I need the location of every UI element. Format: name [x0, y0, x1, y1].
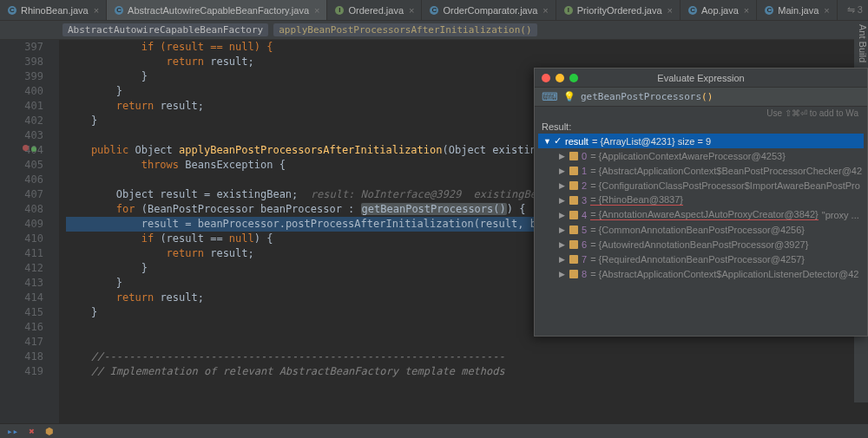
line-number[interactable]: 407: [0, 187, 43, 202]
expand-arrow-icon[interactable]: ▶: [559, 196, 566, 205]
intention-bulb-icon[interactable]: 💡: [563, 91, 575, 102]
tree-root[interactable]: ▼ ✓ result = {ArrayList@4231} size = 9: [538, 134, 864, 148]
override-gutter-icon[interactable]: [31, 147, 36, 152]
line-number[interactable]: 406: [0, 173, 43, 187]
line-number[interactable]: 398: [0, 55, 43, 69]
gutter[interactable]: 3973983994004014024034044054064074084094…: [0, 40, 59, 423]
tree-key: 8: [582, 269, 587, 279]
tab-rhinobean[interactable]: C RhinoBean.java ×: [0, 0, 107, 20]
line-number[interactable]: 399: [0, 69, 43, 84]
line-number[interactable]: 410: [0, 232, 43, 246]
tool-icon[interactable]: ⬢: [45, 426, 54, 437]
class-icon: C: [7, 5, 17, 16]
evaluate-expression-dialog[interactable]: Evaluate Expression ⌨ 💡 getBeanPostProce…: [534, 68, 868, 337]
line-number[interactable]: 412: [0, 261, 43, 276]
tree-value: = {ConfigurationClassPostProcessor$Impor…: [590, 180, 860, 191]
dialog-titlebar[interactable]: Evaluate Expression: [535, 69, 867, 88]
tree-item[interactable]: ▶ 6 = {AutowiredAnnotationBeanPostProces…: [538, 237, 864, 252]
line-number[interactable]: 416: [0, 320, 43, 335]
result-tree[interactable]: ▼ ✓ result = {ArrayList@4231} size = 9 ▶…: [535, 134, 867, 336]
tab-priorityordered[interactable]: I PriorityOrdered.java ×: [556, 0, 681, 20]
line-number[interactable]: 414: [0, 291, 43, 305]
tool-window-bar[interactable]: ▸▸ ✖ ⬢: [0, 424, 868, 438]
code-text: if (result == null) {: [66, 41, 273, 53]
close-icon[interactable]: ×: [744, 5, 749, 16]
tree-item[interactable]: ▶ 0 = {ApplicationContextAwareProcessor@…: [538, 148, 864, 163]
line-number[interactable]: 417: [0, 335, 43, 350]
line-number[interactable]: 400: [0, 84, 43, 99]
editor-tab-bar: C RhinoBean.java × C AbstractAutowireCap…: [0, 0, 868, 21]
close-icon[interactable]: ×: [409, 5, 414, 16]
expand-arrow-icon[interactable]: ▶: [559, 255, 566, 264]
line-number[interactable]: 418: [0, 350, 43, 364]
line-number[interactable]: 408: [0, 202, 43, 217]
line-number[interactable]: 409: [0, 217, 43, 232]
tab-ordered[interactable]: I Ordered.java ×: [327, 0, 422, 20]
tab-label: RhinoBean.java: [21, 5, 89, 16]
line-number[interactable]: 401: [0, 99, 43, 114]
close-icon[interactable]: ×: [314, 5, 319, 16]
expand-arrow-icon[interactable]: ▶: [559, 240, 566, 249]
expand-arrow-icon[interactable]: ▶: [559, 270, 566, 278]
tree-key: result: [565, 136, 589, 147]
expand-arrow-icon[interactable]: ▶: [559, 152, 566, 160]
tool-icon[interactable]: ✖: [29, 426, 35, 437]
array-element-icon: [569, 270, 578, 278]
tree-item[interactable]: ▶ 3 = {RhinoBean@3837}: [538, 193, 864, 207]
line-number[interactable]: 397: [0, 40, 43, 55]
close-icon[interactable]: ×: [94, 5, 99, 16]
code-text: result = beanProcessor.: [66, 218, 286, 230]
tree-item[interactable]: ▶ 7 = {RequiredAnnotationBeanPostProcess…: [538, 252, 864, 266]
zoom-window-icon[interactable]: [569, 74, 578, 82]
dialog-title: Evaluate Expression: [657, 73, 744, 83]
line-number[interactable]: 413: [0, 276, 43, 291]
tree-key: 0: [582, 151, 587, 161]
expand-arrow-icon[interactable]: ▶: [559, 167, 566, 175]
close-window-icon[interactable]: [542, 74, 550, 82]
tab-aop[interactable]: C Aop.java ×: [681, 0, 757, 20]
line-number[interactable]: 419: [0, 364, 43, 379]
tree-key: 3: [582, 195, 587, 206]
line-number[interactable]: 405: [0, 158, 43, 173]
tab-main[interactable]: C Main.java ×: [757, 0, 838, 20]
expand-arrow-icon[interactable]: ▼: [543, 137, 550, 146]
tree-key: 7: [582, 254, 587, 265]
tree-key: 4: [582, 210, 587, 220]
code-text: [66, 335, 868, 350]
tab-abstractautowire[interactable]: C AbstractAutowireCapableBeanFactory.jav…: [107, 0, 327, 20]
tab-label: Ordered.java: [348, 5, 404, 16]
tree-item[interactable]: ▶ 4 = {AnnotationAwareAspectJAutoProxyCr…: [538, 207, 864, 222]
code-text: ) {: [254, 232, 273, 245]
array-element-icon: [569, 240, 578, 249]
tree-item[interactable]: ▶ 5 = {CommonAnnotationBeanPostProcessor…: [538, 222, 864, 237]
tree-value-suffix: "proxy ...: [822, 210, 859, 220]
window-controls[interactable]: [542, 74, 578, 82]
breadcrumb-class[interactable]: AbstractAutowireCapableBeanFactory: [62, 23, 268, 36]
expand-arrow-icon[interactable]: ▶: [559, 226, 566, 234]
line-number[interactable]: 404: [0, 143, 43, 158]
line-number[interactable]: 411: [0, 246, 43, 261]
line-number[interactable]: 415: [0, 305, 43, 320]
tool-icon[interactable]: ▸▸: [7, 426, 18, 437]
close-icon[interactable]: ×: [542, 5, 548, 16]
tab-overflow[interactable]: ⇋ 3: [847, 4, 868, 16]
minimize-window-icon[interactable]: [556, 74, 564, 82]
tree-item[interactable]: ▶ 8 = {AbstractApplicationContext$Applic…: [538, 266, 864, 281]
close-icon[interactable]: ×: [667, 5, 673, 16]
result-label: Result:: [535, 120, 867, 134]
line-number[interactable]: 403: [0, 128, 43, 143]
line-number[interactable]: 402: [0, 114, 43, 128]
tree-item[interactable]: ▶ 2 = {ConfigurationClassPostProcessor$I…: [538, 178, 864, 193]
tree-value: = {CommonAnnotationBeanPostProcessor@425…: [590, 225, 805, 235]
tree-item[interactable]: ▶ 1 = {AbstractApplicationContext$BeanPo…: [538, 163, 864, 178]
breakpoint-icon[interactable]: [23, 145, 29, 151]
expand-arrow-icon[interactable]: ▶: [559, 211, 566, 219]
tree-value: = {RhinoBean@3837}: [590, 194, 683, 206]
close-icon[interactable]: ×: [824, 5, 829, 16]
breadcrumb-method[interactable]: applyBeanPostProcessorsAfterInitializati…: [273, 23, 536, 36]
tab-label: Aop.java: [701, 5, 739, 16]
expression-input[interactable]: getBeanPostProcessors(): [581, 91, 860, 102]
tab-ordercomparator[interactable]: C OrderComparator.java ×: [422, 0, 556, 20]
expand-arrow-icon[interactable]: ▶: [559, 181, 566, 190]
array-element-icon: [569, 181, 578, 190]
